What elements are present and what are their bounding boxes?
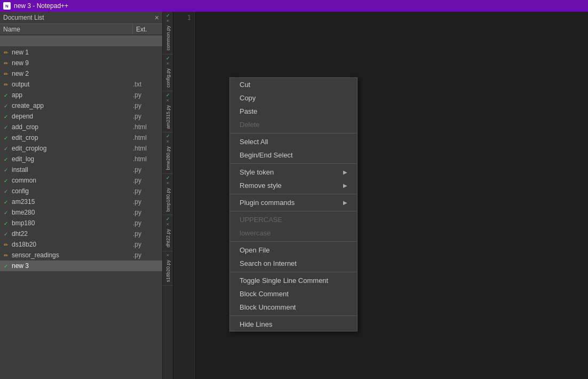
context-menu-item-label: Block Uncomment (240, 303, 296, 311)
vtab-close-button[interactable]: × (166, 61, 169, 66)
file-name: edit_croplog (12, 145, 131, 152)
file-list-item[interactable]: ✓new 3 (0, 260, 162, 271)
vertical-tab-group: ✓×bmp180.py (163, 174, 173, 216)
file-list-item[interactable]: ✓dht22.py (0, 228, 162, 239)
vertical-tab-group: ✓×dht22.py (163, 215, 173, 251)
file-name: bmp180 (12, 219, 131, 227)
file-name: new 3 (12, 262, 131, 270)
context-menu-item-label: Remove style (240, 181, 282, 189)
file-list-item[interactable]: ✓common.py (0, 175, 162, 186)
context-menu-item[interactable]: Hide Lines (230, 318, 357, 331)
pencil-icon: ✏ (2, 81, 10, 88)
file-name: app (12, 91, 131, 99)
vtab-label[interactable]: bmp180.py (165, 186, 171, 214)
check-icon: ✓ (2, 145, 10, 152)
vtab-close-button[interactable]: × (166, 98, 169, 103)
file-list-item[interactable]: ✏new 9 (0, 58, 162, 68)
vtab-label[interactable]: common.py (165, 23, 171, 53)
file-ext: .txt (131, 81, 160, 88)
context-menu-item[interactable]: Search on Internet (230, 257, 357, 270)
vtab-close-button[interactable]: × (166, 139, 169, 144)
vertical-tab-group: ✓×common.py (163, 12, 173, 54)
context-menu-item[interactable]: Remove style▶ (230, 179, 357, 192)
context-menu-item[interactable]: Paste (230, 105, 357, 118)
file-name: depend (12, 113, 131, 120)
line-number: 1 (177, 14, 191, 21)
check-icon: ✓ (2, 102, 10, 109)
vtab-close-button[interactable]: × (166, 18, 169, 23)
file-list-item[interactable]: ✓bmp180.py (0, 218, 162, 228)
file-list-item[interactable]: ✓add_crop.html (0, 122, 162, 132)
file-list-item[interactable]: ✓config.py (0, 186, 162, 196)
vtab-close-button[interactable]: × (166, 222, 169, 227)
file-list-item[interactable]: ✓edit_crop.html (0, 132, 162, 143)
context-menu-item-label: Style token (240, 168, 274, 176)
context-menu-item[interactable]: Select All (230, 135, 357, 148)
doc-list-title: Document List (3, 14, 44, 21)
file-ext: .html (131, 134, 160, 141)
vtab-label[interactable]: am2315.py (165, 103, 171, 131)
context-menu-item[interactable]: Begin/End Select (230, 148, 357, 162)
doc-list-close-button[interactable]: × (155, 13, 159, 22)
check-icon: ✓ (2, 166, 10, 173)
context-menu-item[interactable]: Toggle Single Line Comment (230, 274, 357, 287)
context-menu-separator (230, 163, 357, 164)
context-menu-item-label: Copy (240, 94, 256, 102)
context-menu-item-label: Paste (240, 107, 257, 115)
vtab-close-button[interactable]: × (166, 180, 169, 186)
vtab-check-icon: ✓ (166, 175, 170, 180)
context-menu-item: Delete (230, 118, 357, 131)
vtab-label[interactable]: bme280.py (165, 144, 171, 172)
file-list-item[interactable]: ✓bme280.py (0, 207, 162, 218)
file-name: create_app (12, 102, 131, 109)
context-menu-item[interactable]: Plugin commands▶ (230, 196, 357, 209)
file-name: edit_log (12, 155, 131, 163)
context-menu-separator (230, 272, 357, 272)
file-list-item[interactable]: ✏output.txt (0, 79, 162, 90)
context-menu-item[interactable]: Style token▶ (230, 165, 357, 179)
file-name: output (12, 81, 131, 88)
file-list-item[interactable]: ✏ds18b20.py (0, 239, 162, 250)
file-list-item[interactable]: ✓am2315.py (0, 196, 162, 207)
file-name: dht22 (12, 230, 131, 238)
window-title: new 3 - Notepad++ (14, 2, 68, 10)
context-menu-separator (230, 133, 357, 133)
vtab-label[interactable]: config.py (165, 66, 171, 90)
col-ext-header: Ext. (133, 24, 162, 35)
check-icon: ✓ (2, 230, 10, 238)
doc-search-input[interactable] (2, 37, 160, 45)
file-list-item[interactable]: ✓edit_croplog.html (0, 143, 162, 154)
context-menu-item: lowercase (230, 226, 357, 240)
context-menu-item[interactable]: Cut (230, 78, 357, 91)
file-ext: .html (131, 155, 160, 163)
file-list-item[interactable]: ✓edit_log.html (0, 154, 162, 164)
pencil-icon: ✏ (2, 59, 10, 67)
file-ext: .py (131, 198, 160, 206)
context-menu-item[interactable]: Block Comment (230, 287, 357, 301)
file-list-item[interactable]: ✏new 2 (0, 68, 162, 79)
file-list-item[interactable]: ✓depend.py (0, 111, 162, 122)
file-list-item[interactable]: ✏sensor_readings.py (0, 250, 162, 260)
check-icon: ✓ (2, 219, 10, 227)
vtab-label[interactable]: s18b20.py (165, 258, 171, 285)
file-list-item[interactable]: ✏new 1 (0, 47, 162, 58)
file-list-item[interactable]: ✓install.py (0, 164, 162, 175)
vtab-close-button[interactable]: × (166, 252, 169, 258)
file-name: am2315 (12, 198, 131, 206)
context-menu-item-label: Plugin commands (240, 199, 295, 207)
file-list-item[interactable]: ✓create_app.py (0, 100, 162, 111)
file-name: new 1 (12, 49, 131, 56)
context-menu-item[interactable]: Open File (230, 243, 357, 257)
vertical-tabs-strip: ✓×common.py✓×config.py✓×am2315.py✓×bme28… (163, 12, 173, 379)
check-icon: ✓ (2, 177, 10, 184)
context-menu-item-label: Delete (240, 121, 260, 129)
context-menu-item[interactable]: Copy (230, 91, 357, 105)
context-menu-item-label: Cut (240, 81, 250, 89)
context-menu-item[interactable]: Block Uncomment (230, 301, 357, 314)
file-list-item[interactable]: ✓app.py (0, 90, 162, 100)
doc-list-header: Document List × (0, 12, 162, 24)
context-menu-separator (230, 241, 357, 242)
vtab-check-icon: ✓ (166, 56, 170, 61)
vtab-label[interactable]: dht22.py (165, 227, 171, 250)
file-ext: .py (131, 187, 160, 195)
